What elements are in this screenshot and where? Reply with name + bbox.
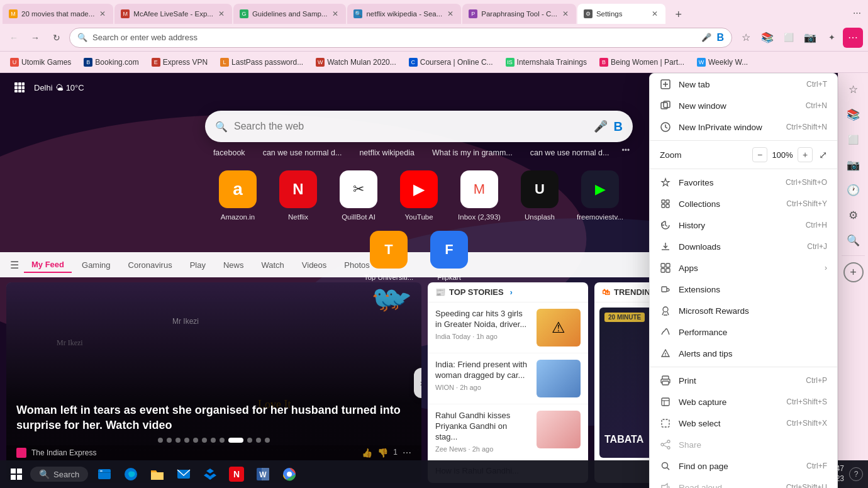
bookmark-expressvpn[interactable]: E Express VPN [147, 56, 213, 69]
workspaces-button[interactable]: ⬜ [779, 28, 799, 48]
feed-tab-play[interactable]: Play [182, 258, 213, 272]
article-dislike-icon[interactable]: 👎 [377, 448, 388, 458]
feed-tab-coronavirus[interactable]: Coronavirus [121, 258, 180, 272]
page-search-bar[interactable]: 🔍 🎤 B [205, 111, 633, 142]
screenshot-button[interactable]: 📷 [800, 28, 820, 48]
tab-5-close[interactable]: ✕ [561, 8, 570, 19]
menu-item-extensions[interactable]: Extensions [650, 279, 837, 300]
taskbar-app-chrome[interactable] [278, 463, 301, 485]
bing-search-icon[interactable]: B [716, 32, 724, 43]
feed-tab-gaming[interactable]: Gaming [74, 258, 118, 272]
tab-2[interactable]: M McAfee LiveSafe - Exp... ✕ [114, 4, 232, 24]
bookmark-mulan[interactable]: W Watch Mulan 2020... [311, 56, 401, 69]
quicklink-inbox[interactable]: M Inbox (2,393) [454, 170, 504, 221]
tab-4-close[interactable]: ✕ [446, 8, 455, 19]
taskbar-app-dropbox[interactable] [199, 463, 221, 485]
menu-item-alerts[interactable]: Alerts and tips [650, 343, 837, 364]
menu-item-find[interactable]: Find on page Ctrl+F [650, 455, 837, 477]
bookmark-utomik[interactable]: U Utomik Games [5, 56, 76, 69]
tab-6[interactable]: ⚙ Settings ✕ [577, 4, 665, 24]
tab-1-close[interactable]: ✕ [98, 8, 107, 19]
quicklink-quillbot[interactable]: ✂ QuillBot AI [333, 170, 384, 221]
suggestion-facebook[interactable]: facebook [208, 146, 250, 160]
tab-1[interactable]: M 20 movies that made... ✕ [3, 4, 113, 24]
sec-news-item-3[interactable]: Rahul Gandhi kisses Priyanka Gandhi on s… [428, 404, 588, 460]
back-button[interactable]: ← [5, 29, 23, 47]
search-input[interactable] [234, 121, 587, 132]
taskbar-app-edge[interactable] [120, 463, 142, 485]
feed-menu-button[interactable]: ☰ [8, 257, 21, 274]
main-article[interactable]: 🐦 Mr Ikezi Woman left in tears as event … [6, 282, 421, 483]
zoom-out-button[interactable]: − [752, 147, 767, 162]
sidebar-search-button[interactable]: 🔍 [842, 229, 865, 252]
menu-item-webcapture[interactable]: Web capture Ctrl+Shift+S [650, 391, 837, 413]
tab-4[interactable]: 🔍 netflix wikipedia - Sea... ✕ [347, 4, 461, 24]
sidebar-screenshot-button[interactable]: 📷 [842, 153, 865, 176]
menu-item-webselect[interactable]: Web select Ctrl+Shift+X [650, 413, 837, 434]
tab-3-close[interactable]: ✕ [331, 8, 340, 19]
sidebar-add-button[interactable]: + [843, 262, 864, 282]
tab-2-close[interactable]: ✕ [217, 8, 226, 19]
forward-button[interactable]: → [26, 29, 44, 47]
sidebar-settings-button[interactable]: ⚙ [842, 204, 865, 226]
suggestion-normal2[interactable]: can we use normal d... [525, 146, 615, 160]
taskbar-app-explorer[interactable] [93, 463, 116, 485]
sidebar-favorites-button[interactable]: ☆ [842, 78, 865, 101]
bookmark-coursera[interactable]: C Coursera | Online C... [404, 56, 498, 69]
page-apps-button[interactable] [10, 78, 29, 97]
bookmark-internshala[interactable]: IS Internshala Trainings [501, 56, 592, 69]
quicklink-topuniversiti[interactable]: T Top Universiti... [364, 231, 414, 281]
bookmark-booking[interactable]: B Booking.com [79, 56, 143, 69]
tab-6-close[interactable]: ✕ [650, 8, 659, 19]
menu-item-new-tab[interactable]: New tab Ctrl+T [650, 74, 837, 95]
menu-item-downloads[interactable]: Downloads Ctrl+J [650, 236, 837, 257]
sec-news-item-2[interactable]: India: Friend present with woman dragged… [428, 353, 588, 404]
sidebar-collections-button[interactable]: 📚 [842, 103, 865, 126]
menu-item-history[interactable]: History Ctrl+H [650, 214, 837, 236]
quicklink-unsplash[interactable]: U Unsplash [515, 170, 565, 221]
zoom-expand-button[interactable]: ⤢ [819, 149, 827, 161]
quicklink-netflix[interactable]: N Netflix [273, 170, 323, 221]
feed-tab-myfeed[interactable]: My Feed [24, 257, 72, 273]
taskbar-search[interactable]: 🔍 Search [30, 467, 88, 482]
menu-item-new-window[interactable]: New window Ctrl+N [650, 95, 837, 116]
zoom-in-button[interactable]: + [798, 147, 813, 162]
taskbar-help[interactable]: ? [849, 467, 863, 481]
taskbar-app-fileexplorer[interactable] [146, 463, 169, 485]
menu-item-print[interactable]: Print Ctrl+P [650, 370, 837, 391]
collections-button[interactable]: 📚 [757, 28, 777, 48]
top-stories-arrow[interactable]: › [510, 288, 513, 297]
suggestion-netflix[interactable]: netflix wikipedia [354, 146, 420, 160]
refresh-button[interactable]: ↻ [48, 29, 65, 47]
quicklink-flipkart[interactable]: F Flipkart [424, 231, 474, 281]
menu-item-favorites[interactable]: Favorites Ctrl+Shift+O [650, 172, 837, 193]
suggestion-normal1[interactable]: can we use normal d... [258, 146, 347, 160]
menu-item-apps[interactable]: Apps › [650, 257, 837, 279]
quicklink-amazon[interactable]: a Amazon.in [213, 170, 263, 221]
taskbar-app-mail[interactable] [172, 463, 195, 485]
favorites-button[interactable]: ☆ [736, 28, 756, 48]
article-like-icon[interactable]: 👍 [362, 448, 372, 458]
quicklink-youtube[interactable]: ▶ YouTube [394, 170, 444, 221]
url-bar[interactable]: 🔍 Search or enter web address 🎤 B [69, 28, 732, 48]
suggestion-more[interactable]: ••• [622, 146, 630, 160]
bookmark-beingwomen[interactable]: B Being Women | Part... [594, 56, 689, 69]
menu-item-performance[interactable]: Performance [650, 321, 837, 343]
bookmark-weekly[interactable]: W Weekly W... [692, 56, 753, 69]
bookmark-lastpass[interactable]: L LastPass password... [215, 56, 308, 69]
menu-item-collections[interactable]: Collections Ctrl+Shift+Y [650, 193, 837, 214]
tab-bar-settings[interactable]: ⋯ [848, 4, 865, 21]
sidebar-history-button[interactable]: 🕐 [842, 179, 865, 201]
menu-item-inprivate[interactable]: New InPrivate window Ctrl+Shift+N [650, 116, 837, 138]
suggestion-grammar[interactable]: What is my in gramm... [427, 146, 518, 160]
taskbar-app-netflix[interactable]: N [225, 463, 248, 485]
voice-input-icon[interactable]: 🎤 [594, 119, 608, 133]
quicklink-freemovies[interactable]: ▶ freemoviestv... [575, 170, 625, 221]
sidebar-workspaces-button[interactable]: ⬜ [842, 128, 865, 151]
more-button[interactable]: ⋯ [843, 28, 863, 48]
new-tab-button[interactable]: + [669, 5, 688, 24]
tab-3[interactable]: G Guidelines and Samp... ✕ [233, 4, 347, 24]
start-button[interactable] [5, 463, 28, 485]
voice-search-icon[interactable]: 🎤 [701, 33, 711, 42]
tab-5[interactable]: P Paraphrasing Tool - C... ✕ [462, 4, 576, 24]
